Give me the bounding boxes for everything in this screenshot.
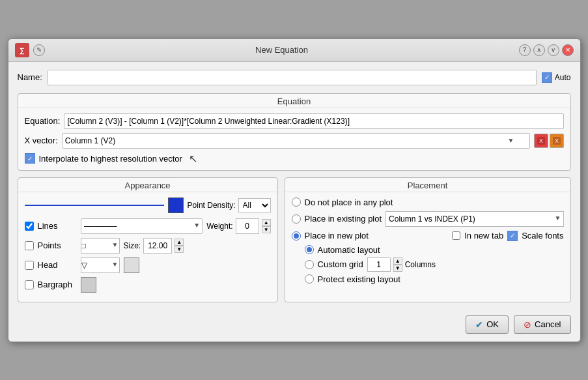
minimize-button[interactable]: ∧ bbox=[533, 44, 545, 56]
app-icon: ∑ bbox=[15, 43, 29, 57]
svg-text:X: X bbox=[554, 138, 558, 144]
no-place-radio[interactable] bbox=[292, 197, 301, 207]
dialog-title: New Equation bbox=[45, 45, 519, 55]
line-preview-inner bbox=[25, 205, 164, 206]
lines-checkbox[interactable] bbox=[25, 222, 34, 231]
points-row: Points □ Size: ▲ ▼ bbox=[25, 238, 271, 254]
existing-plot-select[interactable]: Column 1 vs INDEX (P1) bbox=[385, 211, 563, 227]
size-label: Size: bbox=[124, 241, 141, 250]
head-symbol-select[interactable]: ▽ bbox=[81, 257, 120, 273]
interpolate-checkbox[interactable]: ✓ bbox=[25, 153, 35, 164]
columns-label: Columns bbox=[405, 260, 436, 269]
size-spin: ▲ ▼ bbox=[175, 239, 184, 253]
size-input[interactable] bbox=[143, 238, 172, 254]
xvector-label: X vector: bbox=[25, 136, 58, 145]
color-swatch[interactable] bbox=[168, 197, 184, 213]
points-symbol-wrap: □ bbox=[81, 238, 120, 254]
size-down-btn[interactable]: ▼ bbox=[175, 246, 184, 253]
cursor-indicator: ↖ bbox=[189, 153, 197, 165]
name-label: Name: bbox=[18, 72, 42, 82]
interpolate-label: Interpolate to highest resolution vector bbox=[39, 154, 182, 164]
size-up-btn[interactable]: ▲ bbox=[175, 239, 184, 246]
points-label: Points bbox=[38, 241, 77, 250]
appearance-content: Point Density: All Lines ────── bbox=[18, 192, 277, 302]
head-label: Head bbox=[38, 260, 77, 270]
grid-down-btn[interactable]: ▼ bbox=[393, 265, 402, 272]
title-bar: ∑ ✎ New Equation ? ∧ ∨ ✕ bbox=[8, 39, 580, 62]
auto-layout-row: Automatic layout bbox=[305, 245, 564, 255]
new-plot-radio-inner bbox=[294, 233, 299, 239]
new-tab-label: In new tab bbox=[464, 231, 503, 241]
equation-label: Equation: bbox=[25, 116, 61, 126]
grid-spin: ▲ ▼ bbox=[393, 257, 402, 272]
weight-input[interactable] bbox=[236, 218, 259, 234]
xvector-select[interactable]: Column 1 (V2) bbox=[62, 133, 530, 149]
weight-row: Weight: ▲ ▼ bbox=[206, 218, 270, 234]
bargraph-swatch[interactable] bbox=[81, 277, 96, 293]
new-plot-label: Place in new plot bbox=[305, 231, 369, 241]
scale-fonts-label: Scale fonts bbox=[522, 231, 563, 241]
placement-panel: Placement Do not place in any plot Place… bbox=[285, 177, 571, 302]
existing-plot-select-wrap: Column 1 vs INDEX (P1) bbox=[385, 211, 563, 227]
dialog-footer: ✔ OK ⊘ Cancel bbox=[8, 310, 580, 342]
appearance-panel: Appearance Point Density: All bbox=[18, 177, 278, 302]
head-row: Head ▽ bbox=[25, 257, 271, 273]
points-symbol-select[interactable]: □ bbox=[81, 238, 120, 254]
bargraph-label: Bargraph bbox=[38, 280, 77, 289]
bargraph-checkbox[interactable] bbox=[25, 280, 34, 289]
auto-label: Auto bbox=[555, 73, 571, 82]
svg-text:X: X bbox=[539, 138, 542, 144]
density-select[interactable]: All bbox=[238, 198, 271, 212]
density-label: Point Density: bbox=[188, 201, 236, 210]
equation-row: Equation: bbox=[25, 113, 564, 129]
placement-title: Placement bbox=[285, 178, 570, 192]
xvector-red-btn[interactable]: X bbox=[534, 134, 548, 148]
weight-up-btn[interactable]: ▲ bbox=[262, 219, 271, 226]
weight-down-btn[interactable]: ▼ bbox=[262, 226, 271, 233]
equation-input[interactable] bbox=[64, 113, 563, 129]
title-bar-left: ∑ ✎ bbox=[15, 43, 45, 57]
custom-grid-label: Custom grid bbox=[318, 259, 363, 269]
cancel-label: Cancel bbox=[535, 319, 561, 329]
points-checkbox[interactable] bbox=[25, 241, 34, 250]
xvector-orange-btn[interactable]: X bbox=[550, 134, 564, 148]
close-button[interactable]: ✕ bbox=[562, 44, 574, 56]
auto-layout-radio[interactable] bbox=[305, 245, 314, 254]
auto-toggle[interactable]: ✓ Auto bbox=[542, 72, 571, 83]
grid-input[interactable] bbox=[367, 257, 391, 272]
grid-up-btn[interactable]: ▲ bbox=[393, 257, 402, 265]
lines-style-select[interactable]: ────── bbox=[81, 218, 203, 234]
equation-section-content: Equation: X vector: Column 1 (V2) X bbox=[18, 108, 570, 170]
auto-layout-radio-inner bbox=[307, 247, 312, 252]
equation-section-title: Equation bbox=[18, 94, 570, 108]
no-place-label: Do not place in any plot bbox=[305, 197, 393, 207]
new-tab-checkbox[interactable] bbox=[452, 231, 460, 240]
cancel-icon: ⊘ bbox=[524, 319, 531, 330]
lines-style-wrap: ────── bbox=[81, 218, 203, 234]
scale-fonts-checkbox[interactable]: ✓ bbox=[507, 231, 518, 241]
help-button[interactable]: ? bbox=[519, 44, 531, 56]
head-color-swatch[interactable] bbox=[124, 257, 139, 273]
point-density-row: Point Density: All bbox=[188, 198, 271, 212]
custom-grid-radio[interactable] bbox=[305, 260, 314, 269]
xvector-select-wrap: Column 1 (V2) bbox=[62, 133, 530, 149]
weight-spin: ▲ ▼ bbox=[262, 219, 271, 233]
cancel-button[interactable]: ⊘ Cancel bbox=[514, 315, 570, 334]
head-symbol-wrap: ▽ bbox=[81, 257, 120, 273]
maximize-button[interactable]: ∨ bbox=[548, 44, 559, 56]
new-plot-row: Place in new plot In new tab ✓ Scale fon… bbox=[292, 231, 564, 241]
new-tab-scale-row: In new tab ✓ Scale fonts bbox=[452, 231, 563, 241]
head-checkbox[interactable] bbox=[25, 261, 34, 270]
existing-plot-label: Place in existing plot bbox=[305, 214, 382, 224]
name-input[interactable] bbox=[48, 70, 537, 85]
new-plot-radio[interactable] bbox=[292, 231, 301, 241]
existing-plot-row: Place in existing plot Column 1 vs INDEX… bbox=[292, 211, 564, 227]
grid-input-wrap: ▲ ▼ Columns bbox=[367, 257, 436, 272]
ok-button[interactable]: ✔ OK bbox=[466, 315, 509, 334]
existing-plot-radio[interactable] bbox=[292, 214, 301, 224]
edit-icon-btn[interactable]: ✎ bbox=[33, 44, 45, 56]
interpolate-row: ✓ Interpolate to highest resolution vect… bbox=[25, 153, 564, 165]
size-row: Size: ▲ ▼ bbox=[124, 238, 184, 254]
protect-layout-radio[interactable] bbox=[305, 274, 314, 284]
xvector-row: X vector: Column 1 (V2) X X bbox=[25, 133, 564, 149]
